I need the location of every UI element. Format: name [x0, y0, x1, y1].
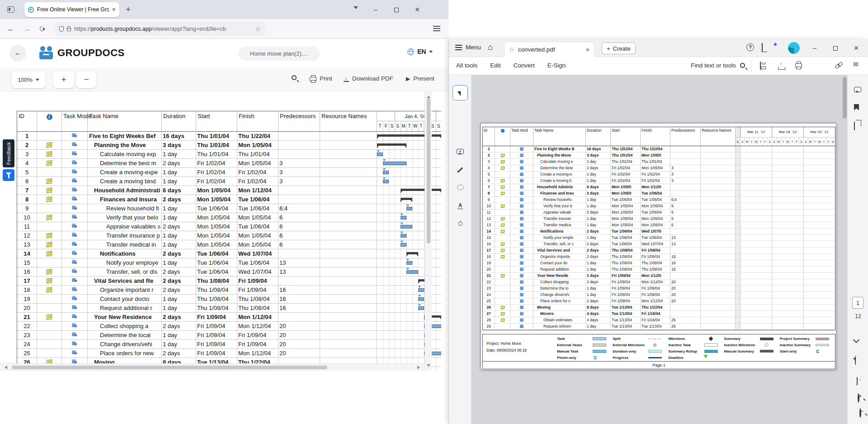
- window-minimize-button[interactable]: –: [365, 0, 386, 19]
- download-to-device-icon[interactable]: [857, 377, 858, 386]
- task-mode-icon: [520, 198, 524, 201]
- task-mode-icon: [520, 305, 524, 309]
- legend-item-label: Milestone: [668, 337, 685, 341]
- acrobat-close-button[interactable]: ×: [846, 39, 867, 57]
- scroll-down-arrow[interactable]: [427, 364, 430, 369]
- viewer-back-button[interactable]: ←: [9, 45, 26, 62]
- tab-all-tools[interactable]: All tools: [456, 62, 477, 69]
- vertical-scroll-thumb[interactable]: [427, 99, 430, 243]
- task-mode-icon: [72, 224, 77, 229]
- chevron-down-icon[interactable]: [853, 337, 859, 343]
- feedback-tab[interactable]: Feedback: [3, 139, 14, 167]
- groupdocs-logo[interactable]: GROUPDOCS: [39, 46, 125, 60]
- gantt-week-label-next: Jan 11, '04: [436, 111, 441, 121]
- email-icon[interactable]: ✉: [853, 61, 859, 68]
- acrobat-maximize-button[interactable]: [825, 39, 846, 57]
- back-icon[interactable]: ←: [7, 25, 14, 33]
- info-icon: i: [47, 114, 52, 120]
- menu-hamburger-icon[interactable]: [433, 26, 440, 27]
- pdf-table-row: 27 Movers 4 days Tue 1/13/04 Fri 1/16/04: [483, 311, 835, 317]
- list-all-tabs-icon[interactable]: [354, 6, 358, 11]
- horizontal-scroll-thumb[interactable]: [12, 366, 327, 369]
- address-bar[interactable]: https://products.groupdocs.app/viewer/ap…: [55, 22, 265, 36]
- bookmarks-panel-icon[interactable]: [854, 104, 859, 110]
- present-button[interactable]: ▶Present: [406, 75, 434, 82]
- reload-icon[interactable]: [39, 25, 46, 32]
- save-icon[interactable]: [760, 62, 761, 70]
- task-bar: [377, 152, 383, 156]
- note-icon: [47, 143, 52, 148]
- text-edit-tool[interactable]: A: [453, 198, 468, 213]
- legend-item-label: Summary Rollup: [668, 349, 697, 353]
- pdf-day-letters: SSMTWTFSSMTWTFSSMTWTFS: [736, 137, 835, 146]
- note-icon: [500, 160, 505, 163]
- task-bar: [401, 234, 406, 238]
- legend-item-label: Inactive Milestone: [724, 343, 755, 347]
- task-bar: [401, 225, 412, 229]
- notifications-bell-icon[interactable]: [762, 43, 763, 51]
- table-row: 2 Planning the Move 3 days Thu 1/01/04 M…: [17, 141, 441, 150]
- lasso-tool[interactable]: [453, 180, 468, 195]
- scroll-up-arrow[interactable]: [427, 94, 430, 98]
- task-mode-icon: [520, 280, 524, 284]
- refresh-icon[interactable]: [855, 356, 857, 365]
- vertical-scrollbar[interactable]: [425, 91, 432, 371]
- new-tab-button[interactable]: +: [126, 5, 131, 14]
- task-mode-icon: [72, 287, 77, 292]
- task-mode-icon: [72, 187, 77, 193]
- summary-bar: [377, 143, 406, 146]
- legend-item: Split: [611, 336, 666, 342]
- comments-panel-icon[interactable]: [854, 87, 861, 92]
- horizontal-scrollbar[interactable]: [0, 363, 425, 371]
- zoom-in-icon[interactable]: +: [858, 393, 859, 403]
- acrobat-scrollbar-thumb[interactable]: [843, 77, 847, 119]
- legend-item-label: External Milestone: [613, 343, 645, 347]
- find-text-or-tools[interactable]: Find text or tools: [691, 62, 745, 69]
- tab-esign[interactable]: E-Sign: [547, 62, 566, 69]
- search-button[interactable]: [292, 75, 297, 80]
- window-close-button[interactable]: ×: [407, 0, 428, 19]
- select-tool[interactable]: [453, 85, 468, 100]
- help-icon[interactable]: ?: [746, 43, 754, 51]
- print-button[interactable]: Print: [310, 75, 332, 82]
- table-row: 13 Transfer medical in 1 day Mon 1/05/04…: [17, 240, 441, 249]
- info-icon: i: [501, 129, 505, 133]
- current-page-box[interactable]: 1: [852, 297, 863, 309]
- pdf-col-predecessors: Predecessors: [670, 127, 701, 146]
- shield-icon[interactable]: [59, 26, 64, 32]
- scroll-left-arrow[interactable]: [3, 366, 7, 369]
- tab-edit[interactable]: Edit: [490, 62, 500, 69]
- bookmark-star-icon[interactable]: ☆: [255, 25, 261, 33]
- user-avatar[interactable]: [788, 42, 800, 54]
- browser-tab[interactable]: Free Online Viewer | Free Group ×: [24, 2, 119, 17]
- page-thumbnails-icon[interactable]: [854, 122, 855, 130]
- forward-icon[interactable]: →: [24, 25, 31, 33]
- task-bar: [406, 270, 418, 274]
- tab-close-icon[interactable]: ×: [112, 6, 116, 13]
- cursor-arrow-icon: [458, 90, 463, 96]
- pdf-week-label: Mar 18, '12: [772, 127, 803, 137]
- firefox-view-icon[interactable]: [7, 6, 14, 13]
- tab-convert[interactable]: Convert: [514, 62, 535, 69]
- task-mode-icon: [72, 160, 77, 166]
- legend-swatch-inactsum: [816, 344, 829, 346]
- language-selector[interactable]: EN: [407, 48, 433, 55]
- print-icon[interactable]: [795, 63, 802, 68]
- highlight-pen-tool[interactable]: [453, 162, 468, 177]
- add-comment-tool[interactable]: +: [453, 144, 468, 159]
- task-mode-icon: [72, 133, 77, 138]
- legend-item-label: Manual Task: [557, 349, 578, 353]
- scroll-right-arrow[interactable]: [417, 366, 422, 369]
- filter-button[interactable]: [3, 169, 14, 181]
- lock-icon[interactable]: [67, 28, 71, 31]
- window-maximize-button[interactable]: [386, 0, 407, 19]
- pdf-gantt-day: S: [830, 138, 835, 146]
- download-pdf-button[interactable]: Download PDF: [344, 75, 393, 82]
- zoom-out-icon[interactable]: −: [859, 408, 861, 418]
- pdf-week-label: Mar 25, '12: [803, 127, 835, 137]
- legend-swatch-inactmile: [764, 343, 769, 348]
- fill-sign-tool[interactable]: [453, 216, 468, 231]
- pdf-gantt-day: S: [740, 138, 745, 146]
- task-mode-icon: [520, 236, 524, 239]
- acrobat-minimize-button[interactable]: –: [804, 39, 825, 57]
